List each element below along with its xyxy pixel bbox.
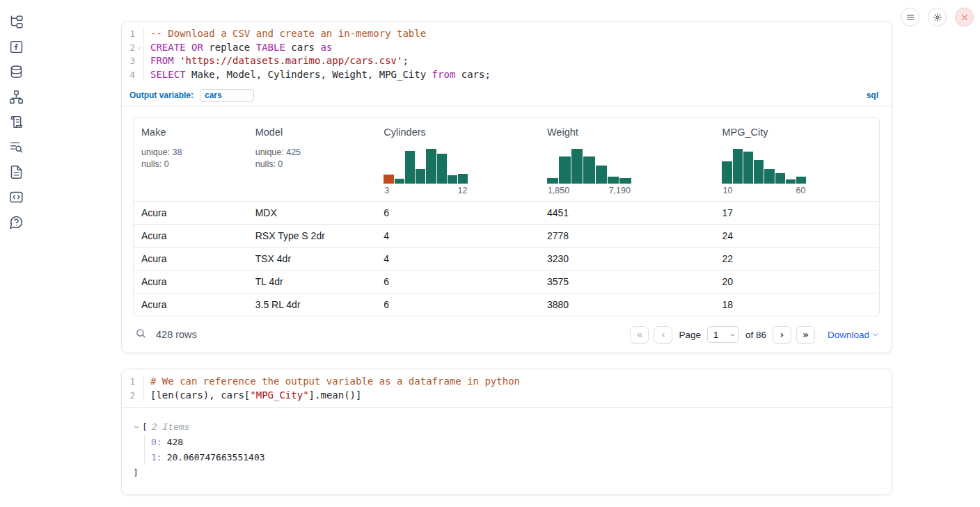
table-cell: 3575 xyxy=(539,276,715,287)
tree-item-value: 20.060747663551403 xyxy=(167,452,265,462)
fold-spacer xyxy=(135,375,143,389)
histogram-bar xyxy=(405,151,415,184)
column-histogram: 312 xyxy=(384,149,468,195)
first-page-button[interactable]: « xyxy=(630,326,649,344)
histogram-bar xyxy=(733,149,743,184)
histogram-bar xyxy=(596,166,607,184)
column-header-make[interactable]: Makeunique: 38nulls: 0 xyxy=(134,127,248,195)
search-icon[interactable] xyxy=(135,328,147,342)
prev-page-button[interactable]: ‹ xyxy=(654,326,672,344)
code-line: 3FROM 'https://datasets.marimo.app/cars.… xyxy=(122,54,892,68)
histogram-bar xyxy=(395,179,404,184)
function-square-icon[interactable] xyxy=(9,40,24,54)
line-gutter: 2 xyxy=(122,41,144,55)
table-cell: 18 xyxy=(714,299,879,310)
tree-item-value: 428 xyxy=(167,437,183,447)
histogram-bar xyxy=(786,179,796,184)
notebook-area: 1-- Download a CSV and create an in-memo… xyxy=(121,0,892,495)
column-header-weight[interactable]: Weight1,8507,190 xyxy=(539,127,715,195)
page-select[interactable]: 1 xyxy=(707,326,739,343)
output-variable-input[interactable] xyxy=(200,89,254,102)
line-number: 1 xyxy=(122,27,135,41)
table-row[interactable]: AcuraRSX Type S 2dr4277824 xyxy=(134,224,879,247)
code-line: 2[len(cars), cars["MPG_City"].mean()] xyxy=(122,389,892,403)
table-cell: 4 xyxy=(376,230,539,241)
table-cell: 3230 xyxy=(539,253,715,264)
line-number: 1 xyxy=(122,375,135,389)
output-variable-bar: Output variable: sql xyxy=(122,87,892,106)
histogram-min-label: 1,850 xyxy=(548,186,569,195)
python-output-tree: [ 2 Items 0:4281:20.060747663551403 ] xyxy=(122,408,892,494)
table-cell: 6 xyxy=(376,276,539,287)
table-cell: TSX 4dr xyxy=(248,253,377,264)
code-line: 4SELECT Make, Model, Cylinders, Weight, … xyxy=(122,68,892,82)
table-cell: 6 xyxy=(376,299,539,310)
line-gutter: 2 xyxy=(122,389,144,403)
shutdown-button[interactable] xyxy=(955,8,974,26)
table-row[interactable]: Acura3.5 RL 4dr6388018 xyxy=(134,293,879,316)
tree-items: 0:4281:20.060747663551403 xyxy=(144,435,879,465)
document-icon[interactable] xyxy=(9,165,24,179)
table-cell: Acura xyxy=(134,276,248,287)
code-snippet-icon[interactable] xyxy=(9,190,24,204)
column-name: Cylinders xyxy=(384,127,539,138)
page-select-wrap: 1 xyxy=(707,326,739,343)
next-page-button[interactable]: › xyxy=(773,326,791,344)
fold-chevron-icon[interactable] xyxy=(135,41,143,55)
histogram-bar xyxy=(583,156,594,184)
histogram-max-label: 12 xyxy=(457,186,467,195)
line-gutter: 3 xyxy=(122,54,144,68)
table-cell: RSX Type S 2dr xyxy=(248,230,377,241)
histogram-bar xyxy=(608,177,619,184)
gear-icon xyxy=(933,13,942,22)
histogram-bar xyxy=(448,175,457,184)
line-gutter: 4 xyxy=(122,68,144,82)
table-cell: Acura xyxy=(134,299,248,310)
column-histogram: 1,8507,190 xyxy=(547,149,631,195)
table-cell: 4 xyxy=(376,253,539,264)
column-header-model[interactable]: Modelunique: 425nulls: 0 xyxy=(248,127,377,195)
dependency-graph-icon[interactable] xyxy=(9,90,24,104)
table-cell: 3.5 RL 4dr xyxy=(248,299,377,310)
table-row[interactable]: AcuraTSX 4dr4323022 xyxy=(134,247,879,270)
last-page-button[interactable]: » xyxy=(796,326,815,344)
column-header-mpg_city[interactable]: MPG_City1060 xyxy=(714,127,879,195)
table-row[interactable]: AcuraMDX6445117 xyxy=(134,201,879,224)
histogram-bar xyxy=(775,173,785,184)
settings-button[interactable] xyxy=(928,8,947,26)
histogram-min-label: 10 xyxy=(722,186,732,195)
histogram-bar xyxy=(764,169,774,184)
histogram-bar xyxy=(416,169,425,184)
line-number: 2 xyxy=(122,389,135,403)
line-gutter: 1 xyxy=(122,27,144,41)
sql-code-editor[interactable]: 1-- Download a CSV and create an in-memo… xyxy=(122,22,892,87)
histogram-max-label: 60 xyxy=(796,186,806,195)
column-header-cylinders[interactable]: Cylinders312 xyxy=(376,127,539,195)
code-text: -- Download a CSV and create an in-memor… xyxy=(144,27,426,41)
code-text: [len(cars), cars["MPG_City"].mean()] xyxy=(144,389,361,403)
python-code-editor[interactable]: 1# We can reference the output variable … xyxy=(122,369,892,408)
sql-output: Makeunique: 38nulls: 0Modelunique: 425nu… xyxy=(122,106,892,353)
histogram-max-label: 7,190 xyxy=(609,186,631,195)
histogram-bar xyxy=(571,149,583,184)
scratchpad-scroll-icon[interactable] xyxy=(9,115,24,129)
download-button[interactable]: Download xyxy=(828,330,879,340)
log-search-icon[interactable] xyxy=(9,140,24,154)
help-icon[interactable] xyxy=(9,215,24,230)
file-tree-icon[interactable] xyxy=(9,15,24,29)
tree-root: [ 2 Items xyxy=(133,419,879,435)
line-gutter: 1 xyxy=(122,375,144,389)
table-cell: 3880 xyxy=(539,299,715,310)
hamburger-icon xyxy=(906,13,915,22)
chevron-down-icon xyxy=(872,331,879,338)
menu-button[interactable] xyxy=(901,8,919,26)
line-number: 2 xyxy=(122,41,135,55)
collapse-chevron-icon[interactable] xyxy=(133,424,140,430)
column-name: Weight xyxy=(547,127,715,138)
tree-item-key: 1: xyxy=(151,452,162,462)
page-label: Page xyxy=(679,330,701,340)
database-icon[interactable] xyxy=(9,65,24,79)
table-cell: 4451 xyxy=(539,207,715,218)
code-text: FROM 'https://datasets.marimo.app/cars.c… xyxy=(144,54,409,68)
table-row[interactable]: AcuraTL 4dr6357520 xyxy=(134,270,879,293)
